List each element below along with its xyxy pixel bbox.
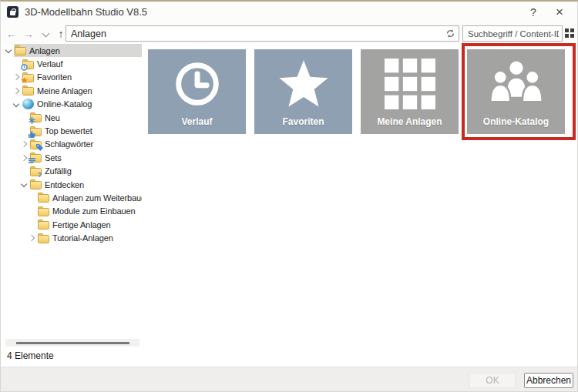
navigation-toolbar: ← → ↑ xyxy=(1,22,577,45)
tree-item-label: Top bewertet xyxy=(45,126,92,136)
grid-icon xyxy=(385,59,435,109)
folder-thumb-icon xyxy=(30,126,42,136)
help-button[interactable]: ? xyxy=(520,2,546,22)
folder-tree: Anlagen Verlauf Favoriten Meine Anlagen … xyxy=(1,44,142,338)
tree-item-label: Meine Anlagen xyxy=(37,86,92,95)
tree-item-label: Sets xyxy=(45,153,62,162)
folder-question-icon: ? xyxy=(30,166,42,176)
folder-icon xyxy=(38,193,49,203)
folder-icon xyxy=(15,45,26,55)
tree-item-schlagw-rter[interactable]: Schlagwörter xyxy=(1,138,142,151)
tree-item-module-zum-einbauen[interactable]: Module zum Einbauen xyxy=(1,205,142,218)
tile-icon xyxy=(277,59,331,110)
tile-online-katalog[interactable]: Online-Katalog xyxy=(467,49,565,134)
tree-item-online-katalog[interactable]: Online-Katalog xyxy=(1,98,142,111)
tile-verlauf[interactable]: Verlauf xyxy=(148,49,246,134)
clock-icon xyxy=(172,59,223,109)
tree-item-label: Neu xyxy=(45,113,60,122)
refresh-icon[interactable] xyxy=(445,28,455,39)
tree-item-anlagen[interactable]: Anlagen xyxy=(1,44,142,57)
chevron-down-icon xyxy=(42,31,49,37)
tree-item-label: Fertige Anlagen xyxy=(52,220,111,230)
history-dropdown-button[interactable] xyxy=(38,22,53,45)
tree-item-entdecken[interactable]: Entdecken xyxy=(1,178,142,191)
tile-icon xyxy=(482,59,550,109)
tree-item-verlauf[interactable]: Verlauf xyxy=(1,57,142,70)
tree-item-top-bewertet[interactable]: Top bewertet xyxy=(1,124,142,137)
folder-star-icon xyxy=(22,72,34,82)
address-bar xyxy=(66,25,459,42)
tile-label: Favoriten xyxy=(254,116,352,127)
tree-item-meine-anlagen[interactable]: Meine Anlagen xyxy=(1,84,142,97)
chevron-right-icon[interactable] xyxy=(27,233,37,243)
question-icon: ? xyxy=(36,171,43,178)
chevron-icon xyxy=(19,166,29,176)
tree-item-label: Module zum Einbauen xyxy=(52,206,136,216)
dialog-footer: OK Abbrechen xyxy=(1,367,577,391)
folder-icon xyxy=(38,219,49,230)
search-input[interactable] xyxy=(468,26,559,41)
tree-item-label: Schlagwörter xyxy=(45,139,93,149)
folder-icon xyxy=(38,233,49,243)
tile-grid: Verlauf Favoriten Meine Anlagen Online-K… xyxy=(148,49,565,134)
tree-item-tutorial-anlagen[interactable]: Tutorial-Anlagen xyxy=(1,231,142,244)
people-icon xyxy=(482,59,550,109)
tile-favoriten[interactable]: Favoriten xyxy=(254,49,352,134)
tile-meine-anlagen[interactable]: Meine Anlagen xyxy=(361,49,459,134)
tree-item-favoriten[interactable]: Favoriten xyxy=(1,71,142,84)
tile-label: Meine Anlagen xyxy=(361,116,459,127)
globe-icon xyxy=(22,99,34,109)
tree-horizontal-scrollbar[interactable] xyxy=(5,339,139,347)
svg-text:?: ? xyxy=(38,171,42,178)
tile-icon xyxy=(385,59,435,109)
title-bar: 3D-Modellbahn Studio V8.5 ? × xyxy=(1,2,577,22)
tree-item-anlagen-zum-weiterbauen[interactable]: Anlagen zum Weiterbauen xyxy=(1,191,142,204)
forward-button[interactable]: → xyxy=(21,22,36,45)
folder-icon xyxy=(30,179,42,189)
tile-icon xyxy=(172,59,223,109)
back-button[interactable]: ← xyxy=(4,22,19,45)
folder-asterisk-icon xyxy=(30,112,42,122)
cancel-button[interactable]: Abbrechen xyxy=(524,373,573,388)
tree-item-label: Tutorial-Anlagen xyxy=(52,233,113,243)
star-icon xyxy=(21,77,28,84)
tree-item-label: Online-Katalog xyxy=(37,99,92,109)
chevron-down-icon[interactable] xyxy=(19,179,29,189)
app-icon xyxy=(7,6,18,18)
folder-icon xyxy=(38,206,49,216)
chevron-icon xyxy=(27,219,37,230)
tree-item-fertige-anlagen[interactable]: Fertige Anlagen xyxy=(1,218,142,231)
tree-item-zuf-llig[interactable]: ? Zufällig xyxy=(1,165,142,178)
tree-item-label: Favoriten xyxy=(37,72,72,82)
tag-icon xyxy=(36,144,43,151)
tree-item-label: Zufällig xyxy=(45,166,72,176)
folder-icon xyxy=(22,85,34,95)
ok-button[interactable]: OK xyxy=(469,373,516,388)
chevron-right-icon[interactable] xyxy=(19,139,29,149)
tree-item-label: Verlauf xyxy=(37,59,63,69)
window-title: 3D-Modellbahn Studio V8.5 xyxy=(25,6,147,18)
tree-item-neu[interactable]: Neu xyxy=(1,111,142,124)
chevron-icon xyxy=(27,206,37,216)
tree-item-sets[interactable]: Sets xyxy=(1,151,142,164)
folder-tag-icon xyxy=(30,139,42,149)
chevron-icon xyxy=(27,193,37,203)
thumb-icon xyxy=(29,131,35,138)
folder-lines-icon xyxy=(30,152,42,162)
tile-label: Online-Katalog xyxy=(467,116,565,127)
scrollbar-thumb[interactable] xyxy=(16,342,129,344)
tree-item-label: Anlagen zum Weiterbauen xyxy=(52,193,142,203)
app-window: 3D-Modellbahn Studio V8.5 ? × ← → ↑ An xyxy=(0,0,578,392)
address-input[interactable] xyxy=(71,26,441,41)
tree-item-label: Anlagen xyxy=(29,46,60,55)
chevron-down-icon[interactable] xyxy=(4,45,14,55)
chevron-down-icon[interactable] xyxy=(12,99,22,109)
tree-item-label: Entdecken xyxy=(45,180,84,189)
chevron-right-icon[interactable] xyxy=(12,85,22,95)
view-grid-icon[interactable] xyxy=(565,28,576,39)
status-text: 4 Elemente xyxy=(7,350,54,361)
close-button[interactable]: × xyxy=(546,2,573,22)
asterisk-icon xyxy=(29,117,35,124)
clock-icon xyxy=(21,64,28,71)
folder-clock-icon xyxy=(22,59,34,69)
